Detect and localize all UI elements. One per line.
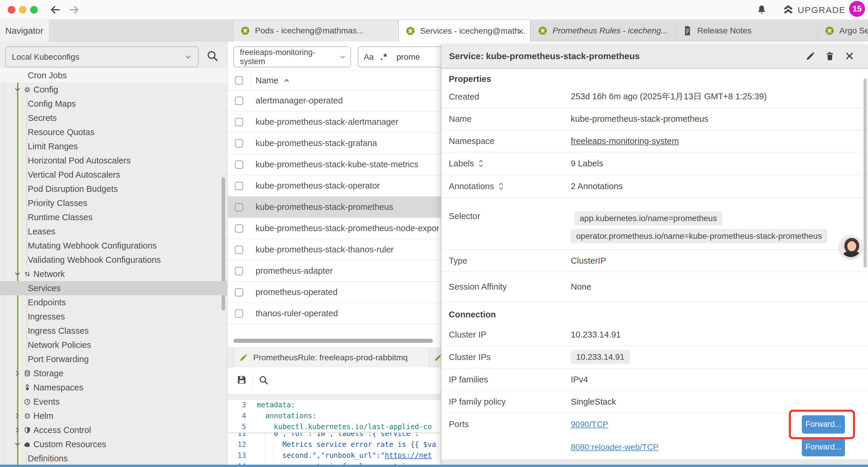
sidebar-item[interactable]: Leases [0,224,227,238]
row-checkbox[interactable] [235,97,243,105]
tree-chevron-icon[interactable] [13,242,21,250]
annotations-count[interactable]: 2 Annotations [571,181,623,191]
sidebar-item[interactable]: Vertical Pod Autoscalers [0,168,227,182]
table-row[interactable]: thanos-ruler-operated [228,303,441,324]
sidebar-item[interactable]: Ingresses [0,310,227,324]
tree-chevron-icon[interactable] [13,455,21,462]
editor-search-icon[interactable] [258,375,269,385]
tree-chevron-icon[interactable] [13,384,21,391]
table-row[interactable]: kube-prometheus-stack-prometheus [228,197,441,218]
sidebar-item[interactable]: Port Forwarding [0,352,227,366]
tree-chevron-icon[interactable] [13,71,21,79]
table-horizontal-scrollbar[interactable] [234,339,433,343]
sidebar-item[interactable]: Helm [0,409,227,423]
code-line[interactable]: 13 second.","runbook_url":"https://net [228,450,441,461]
sidebar-item[interactable]: Namespaces [0,380,227,395]
notifications-bell-icon[interactable] [756,4,767,16]
tree-chevron-icon[interactable] [13,114,21,122]
tree-chevron-icon[interactable] [13,284,21,292]
sidebar-item[interactable]: Events [0,395,227,409]
window-close-button[interactable] [8,6,16,13]
port-link[interactable]: 8080:reloader-web/TCP [571,442,658,452]
sidebar-item[interactable]: Definitions [0,451,227,466]
navigator-panel-tab[interactable]: Navigator [0,20,49,41]
tab-argo[interactable]: Argo Se [817,20,868,41]
tab-prometheus-rules[interactable]: Prometheus Rules - icecheng... [530,20,675,41]
sidebar-item[interactable]: Resource Quotas [0,125,227,139]
code-line[interactable]: 4 annotations: [228,411,441,421]
code-line[interactable]: 5 kubectl.kubernetes.io/last-applied-co [228,421,441,432]
window-zoom-button[interactable] [30,6,38,13]
sidebar-item[interactable]: Network [0,267,227,281]
sidebar-item[interactable]: Mutating Webhook Configurations [0,238,227,253]
sidebar-item[interactable]: Config Maps [0,97,227,111]
expand-collapse-icon[interactable] [498,182,505,191]
name-filter-input[interactable]: Aa .* prome [358,47,441,67]
tree-chevron-icon[interactable] [13,228,21,235]
drawer-bottom-scrollbar[interactable] [441,459,868,465]
sidebar-item[interactable]: Config [0,83,227,97]
tree-chevron-icon[interactable] [13,86,21,93]
tab-release-notes[interactable]: Release Notes [675,20,817,41]
yaml-editor[interactable]: 3 metadata: 4 annotations: 5 kubectl.kub… [228,400,441,467]
row-checkbox[interactable] [235,139,243,147]
row-checkbox[interactable] [235,288,243,296]
selector-chip[interactable]: app.kubernetes.io/name=prometheus [574,211,722,226]
back-icon[interactable] [50,4,61,16]
table-row[interactable]: kube-prometheus-stack-alertmanager [228,111,441,133]
sidebar-search-icon[interactable] [206,50,219,62]
tree-chevron-icon[interactable] [13,213,21,221]
upgrade-icon[interactable] [782,4,794,16]
row-checkbox[interactable] [235,118,243,126]
table-row[interactable]: alertmanager-operated [228,90,441,111]
sidebar-item[interactable]: Priority Classes [0,196,227,210]
tree-chevron-icon[interactable] [13,298,21,306]
select-all-checkbox[interactable] [235,76,243,85]
port-link[interactable]: 9090/TCP [571,420,608,429]
close-drawer-icon[interactable]: ✕ [844,50,855,62]
tree-chevron-icon[interactable] [13,426,21,434]
tree-chevron-icon[interactable] [13,313,21,320]
window-minimize-button[interactable] [19,6,27,13]
table-row[interactable]: kube-prometheus-stack-kube-state-metrics [228,154,441,175]
sidebar-item[interactable]: Pod Disruption Budgets [0,182,227,196]
table-row[interactable]: kube-prometheus-stack-grafana [228,133,441,154]
tree-chevron-icon[interactable] [13,143,21,150]
tree-chevron-icon[interactable] [13,256,21,264]
delete-trash-icon[interactable] [825,51,835,61]
tree-chevron-icon[interactable] [13,370,21,377]
row-checkbox[interactable] [235,182,243,190]
tree-chevron-icon[interactable] [13,199,21,207]
code-link[interactable]: https://net [385,451,432,460]
row-checkbox[interactable] [235,203,243,211]
drawer-scrollbar[interactable] [864,78,867,267]
column-name-header[interactable]: Name [255,76,290,85]
code-line[interactable]: 3 metadata: [228,400,441,411]
namespace-filter-select[interactable]: freeleaps-monitoring-system [234,47,351,67]
tree-chevron-icon[interactable] [13,440,21,448]
table-row[interactable]: kube-prometheus-stack-prometheus-node-ex… [228,218,441,239]
labels-count[interactable]: 9 Labels [571,159,603,169]
row-checkbox[interactable] [235,224,243,233]
namespace-link[interactable]: freeleaps-monitoring-system [571,136,679,146]
row-checkbox[interactable] [235,245,243,254]
code-line[interactable]: 11 0","for":"1m","labels":{"service":" [228,433,441,439]
upgrade-button[interactable]: UPGRADE [798,5,845,15]
sidebar-item[interactable]: Endpoints [0,295,227,310]
kubeconfig-selector[interactable]: Local Kubeconfigs [5,47,198,67]
table-row[interactable]: prometheus-adapter [228,260,441,282]
selector-chip[interactable]: operator.prometheus.io/name=kube-prometh… [571,229,827,243]
editor-tab-next-pencil-icon[interactable] [434,353,441,362]
match-case-toggle[interactable]: Aa [364,52,374,62]
tree-chevron-icon[interactable] [13,171,21,178]
table-row[interactable]: kube-prometheus-stack-thanos-ruler [228,239,441,260]
sidebar-item[interactable]: Runtime Classes [0,210,227,224]
tree-chevron-icon[interactable] [13,185,21,193]
tab-services[interactable]: Services - icecheng@math... × [399,20,530,42]
forward-icon[interactable] [68,4,80,16]
sidebar-item[interactable]: Ingress Classes [0,324,227,338]
sidebar-item[interactable]: Horizontal Pod Autoscalers [0,153,227,168]
expand-collapse-icon[interactable] [477,159,485,168]
editor-tab-prometheusrule[interactable]: PrometheusRule: freeleaps-prod-rabbitmq [234,348,429,368]
save-icon[interactable] [236,375,247,385]
